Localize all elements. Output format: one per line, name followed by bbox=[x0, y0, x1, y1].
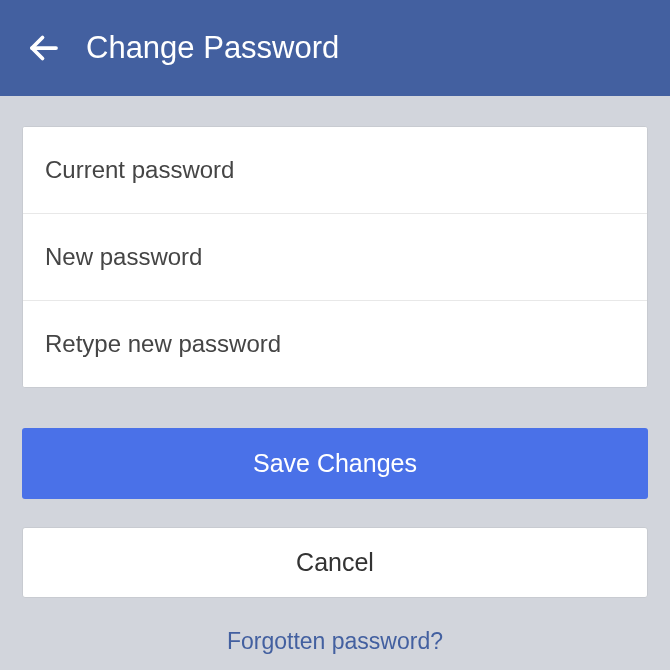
page-title: Change Password bbox=[86, 30, 339, 66]
save-changes-button[interactable]: Save Changes bbox=[22, 428, 648, 499]
forgotten-password-link[interactable]: Forgotten password? bbox=[227, 628, 443, 654]
content-area: Save Changes Cancel Forgotten password? bbox=[0, 96, 670, 655]
retype-password-field[interactable] bbox=[23, 301, 647, 387]
app-header: Change Password bbox=[0, 0, 670, 96]
forgot-link-wrapper: Forgotten password? bbox=[22, 628, 648, 655]
new-password-field[interactable] bbox=[23, 214, 647, 300]
cancel-button[interactable]: Cancel bbox=[22, 527, 648, 598]
current-password-field[interactable] bbox=[23, 127, 647, 213]
back-arrow-icon[interactable] bbox=[20, 24, 68, 72]
password-input-group bbox=[22, 126, 648, 388]
